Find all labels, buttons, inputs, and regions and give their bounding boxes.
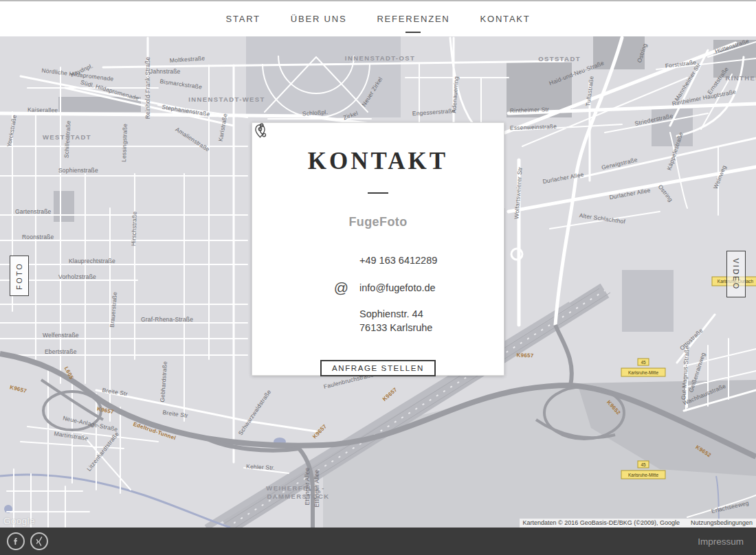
district-label: INNENSTADT-OST: [345, 54, 415, 62]
location-pin-icon: [333, 307, 349, 323]
contact-rows: +49 163 6412289 @ info@fugefoto.de Sophi…: [333, 252, 504, 335]
address-line-2: 76133 Karlsruhe: [359, 321, 432, 335]
address-text: Sophienstr. 44 76133 Karlsruhe: [359, 307, 432, 335]
street-label: Kaiserallee: [27, 106, 58, 114]
street-label: Roonstraße: [22, 234, 54, 240]
phone-icon: [333, 252, 349, 268]
facebook-icon[interactable]: [7, 532, 25, 550]
main-nav: START ÜBER UNS REFERENZEN KONTAKT: [0, 1, 756, 36]
google-watermark: Google: [3, 516, 35, 526]
terms-link[interactable]: Nutzungsbedingungen: [691, 519, 753, 528]
district-label: OSTSTADT: [538, 55, 581, 63]
street-label: Reinhold-Frank-Straße: [144, 57, 151, 120]
top-nav: START ÜBER UNS REFERENZEN KONTAKT: [0, 0, 756, 36]
email-row: @ info@fugefoto.de: [333, 280, 504, 295]
xing-icon[interactable]: [30, 532, 48, 550]
street-label: Jahnstraße: [150, 68, 181, 75]
street-label: Lessingstraße: [120, 124, 129, 162]
card-title: KONTAKT: [252, 148, 504, 175]
social-icons: [7, 532, 48, 550]
street-label: Vorholzstraße: [58, 273, 96, 280]
foto-side-tab[interactable]: FOTO: [10, 256, 29, 296]
map-attribution: Kartendaten © 2016 GeoBasis-DE/BKG (©200…: [520, 519, 756, 528]
street-label: Hirschstraße: [130, 211, 138, 246]
street-label: Sophienstraße: [58, 167, 98, 174]
email-address[interactable]: info@fugefoto.de: [359, 282, 436, 293]
street-label: Gartenstraße: [15, 208, 52, 215]
title-divider: [368, 192, 388, 194]
nav-item-start[interactable]: START: [225, 14, 260, 24]
impressum-link[interactable]: Impressum: [698, 536, 744, 547]
street-label: Welfenstraße: [43, 332, 79, 339]
address-line-1: Sophienstr. 44: [359, 307, 432, 321]
district-label: RINTHEIM: [725, 74, 756, 82]
street-label: Graf-Rhena-Straße: [141, 316, 193, 323]
company-name: FugeFoto: [252, 215, 504, 229]
video-side-tab[interactable]: VIDEO: [726, 251, 746, 297]
nav-item-kontakt[interactable]: KONTAKT: [480, 14, 531, 24]
address-row: Sophienstr. 44 76133 Karlsruhe: [333, 307, 504, 335]
google-map[interactable]: Moltkestraße Nördliche Hildapromenade Sü…: [0, 36, 756, 528]
phone-number: +49 163 6412289: [359, 255, 437, 266]
footer-bar: Impressum: [0, 528, 756, 555]
district-label: INNENSTADT-WEST: [188, 95, 265, 103]
street-label: Rintheimer Str: [510, 106, 549, 114]
district-label: WEIHERFELD -: [266, 484, 324, 492]
street-label: Ebertstraße: [45, 348, 77, 355]
district-label: DAMMERSTOCK: [267, 492, 329, 500]
shield-ref: 45: [641, 360, 646, 365]
route-label: K9657: [516, 352, 534, 359]
shield-label: Karlsruhe-Mitte: [628, 473, 658, 477]
contact-card: KONTAKT FugeFoto +49 163 6412289 @: [252, 122, 504, 376]
phone-row: +49 163 6412289: [333, 252, 504, 268]
shield-label: Karlsruhe-Mitte: [628, 370, 658, 375]
at-icon: @: [333, 280, 349, 295]
nav-item-ueber-uns[interactable]: ÜBER UNS: [291, 14, 347, 24]
attribution-text: Kartendaten © 2016 GeoBasis-DE/BKG (©200…: [523, 519, 680, 528]
district-label: WESTSTADT: [43, 133, 91, 141]
anfrage-stellen-button[interactable]: ANFRAGE STELLEN: [320, 360, 436, 376]
street-label: Klauprechtstraße: [69, 258, 115, 264]
nav-item-referenzen[interactable]: REFERENZEN: [377, 14, 449, 24]
shield-ref: 45: [641, 462, 646, 467]
